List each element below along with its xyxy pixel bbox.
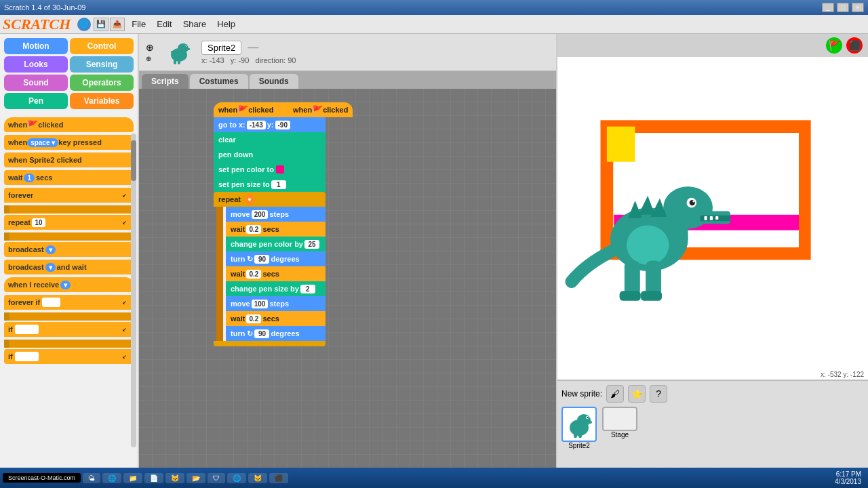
cat-motion[interactable]: Motion [4, 38, 68, 54]
green-flag-btn[interactable]: 🚩 [826, 37, 842, 54]
sb-pen-down[interactable]: pen down [214, 147, 326, 162]
menu-help[interactable]: Help [212, 18, 241, 30]
sb-turn-1[interactable]: turn ↻ 90 degrees [226, 251, 326, 266]
svg-rect-38 [585, 421, 592, 424]
sb-when-clicked-2[interactable]: when 🚩 clicked [288, 102, 353, 117]
shrink-btn[interactable]: ⊕ [146, 55, 154, 62]
palette-block-when-clicked[interactable]: when 🚩 clicked [4, 117, 134, 132]
tab-scripts[interactable]: Scripts [142, 74, 189, 89]
block-palette: when 🚩 clicked when space ▾ key pressed … [0, 113, 138, 468]
palette-block-if[interactable]: if ↙ [4, 322, 134, 337]
cat-sound[interactable]: Sound [4, 75, 68, 91]
script-group-2: when 🚩 clicked [288, 102, 353, 117]
stage-controls: 🚩 ⬛ [557, 34, 868, 57]
expand-btn[interactable]: ⊕ [146, 42, 154, 53]
help-sprite-btn[interactable]: ? [650, 385, 667, 403]
paint-sprite-btn[interactable]: 🖌 [606, 385, 624, 403]
sb-move-200[interactable]: move 200 steps [226, 207, 326, 222]
stage-canvas[interactable]: x: -532 y: -122 [557, 57, 868, 380]
share-icon[interactable]: 📤 [110, 18, 125, 31]
svg-rect-39 [574, 430, 577, 438]
palette-block-key-pressed[interactable]: when space ▾ key pressed [4, 135, 134, 150]
tab-sounds[interactable]: Sounds [250, 74, 298, 89]
svg-rect-32 [641, 291, 662, 301]
new-sprite-row: New sprite: 🖌 ⭐ ? [561, 385, 864, 403]
menu-file[interactable]: File [126, 18, 151, 30]
taskbar-screencast[interactable]: Screencast-O-Matic.com [3, 473, 81, 483]
taskbar-network[interactable]: 🌐 [227, 473, 246, 483]
script-group: when 🚩 clicked go to x: -143 y: -90 clea… [214, 102, 326, 346]
palette-block-when-receive[interactable]: when I receive ▾ [4, 277, 134, 292]
main-layout: Motion Control Looks Sensing Sound Opera… [0, 34, 868, 468]
palette-foreverif-slot [4, 312, 134, 321]
svg-rect-29 [625, 260, 640, 296]
sb-set-pen-size[interactable]: set pen size to 1 [214, 177, 326, 192]
stage-coords: x: -532 y: -122 [821, 371, 864, 378]
taskbar-security[interactable]: 🛡 [208, 473, 225, 483]
cat-pen[interactable]: Pen [4, 93, 68, 109]
menu-share[interactable]: Share [178, 18, 212, 30]
sprite-name[interactable]: Sprite2 [201, 41, 241, 55]
palette-block-sprite-clicked[interactable]: when Sprite2 clicked [4, 152, 134, 167]
palette-scrollbar[interactable] [131, 134, 136, 447]
minimize-btn[interactable]: _ [822, 3, 834, 12]
palette-block-broadcast-wait[interactable]: broadcast ▾ and wait [4, 260, 134, 274]
titlebar-buttons[interactable]: _ □ × [822, 3, 864, 12]
taskbar-tasks[interactable]: ⬛ [269, 473, 288, 483]
script-canvas[interactable]: when 🚩 clicked go to x: -143 y: -90 clea… [139, 89, 556, 468]
sb-change-pen-color[interactable]: change pen color by 25 [226, 237, 326, 251]
cat-control[interactable]: Control [70, 38, 134, 54]
svg-rect-31 [620, 291, 641, 301]
block-categories: Motion Control Looks Sensing Sound Opera… [0, 34, 138, 113]
sprite-item-stage[interactable]: Stage [602, 407, 637, 449]
svg-rect-5 [184, 48, 190, 50]
palette-block-if-else[interactable]: if ↙ [4, 349, 134, 364]
taskbar-ie[interactable]: 🌐 [102, 473, 121, 483]
star-sprite-btn[interactable]: ⭐ [628, 385, 646, 403]
svg-point-22 [692, 200, 694, 202]
palette-forever-slot [4, 205, 134, 214]
sb-set-pen-color[interactable]: set pen color to [214, 162, 326, 177]
cat-variables[interactable]: Variables [70, 93, 134, 109]
stop-btn[interactable]: ⬛ [846, 37, 863, 54]
taskbar-scratch[interactable]: 🐱 [165, 473, 184, 483]
palette-block-forever[interactable]: forever ↙ [4, 188, 134, 203]
sb-wait-3[interactable]: wait 0.2 secs [226, 311, 326, 326]
maximize-btn[interactable]: □ [837, 3, 849, 12]
taskbar-explorer[interactable]: 📁 [123, 473, 142, 483]
sprite-item-sprite2[interactable]: Sprite2 [561, 407, 597, 449]
svg-rect-30 [646, 260, 661, 296]
palette-block-wait[interactable]: wait 1 secs [4, 170, 134, 185]
palette-block-broadcast[interactable]: broadcast ▾ [4, 242, 134, 257]
svg-rect-18 [710, 216, 713, 220]
cat-looks[interactable]: Looks [4, 56, 68, 73]
svg-point-4 [186, 45, 187, 46]
clock-time: 6:17 PM [835, 470, 861, 478]
sb-clear[interactable]: clear [214, 132, 326, 147]
sprite-list: Sprite2 Stage [561, 407, 864, 449]
globe-icon[interactable]: 🌐 [77, 18, 91, 31]
sb-wait-1[interactable]: wait 0.2 secs [226, 222, 326, 237]
tabs-row: Scripts Costumes Sounds [139, 71, 556, 89]
sb-goto[interactable]: go to x: -143 y: -90 [214, 117, 326, 132]
sb-turn-2[interactable]: turn ↻ 90 degrees [226, 326, 326, 341]
sb-repeat[interactable]: repeat ● [214, 192, 326, 207]
cat-sensing[interactable]: Sensing [70, 56, 134, 73]
taskbar-docs[interactable]: 📄 [144, 473, 163, 483]
menu-edit[interactable]: Edit [151, 18, 177, 30]
svg-rect-8 [171, 51, 175, 53]
sb-move-100[interactable]: move 100 steps [226, 296, 326, 311]
taskbar-files[interactable]: 📂 [186, 473, 205, 483]
palette-block-repeat[interactable]: repeat 10 ↙ [4, 215, 134, 230]
close-btn[interactable]: × [852, 3, 864, 12]
taskbar-cat2[interactable]: 🐱 [248, 473, 267, 483]
tab-costumes[interactable]: Costumes [190, 74, 248, 89]
taskbar-weather[interactable]: 🌤 [83, 473, 100, 483]
save-icon[interactable]: 💾 [94, 18, 108, 31]
sprite-info: Sprite2 — x: -143 y: -90 direction: 90 [201, 41, 296, 64]
cat-operators[interactable]: Operators [70, 75, 134, 91]
sb-change-pen-size[interactable]: change pen size by 2 [226, 281, 326, 296]
left-panel: Motion Control Looks Sensing Sound Opera… [0, 34, 139, 468]
palette-block-forever-if[interactable]: forever if ↙ [4, 295, 134, 310]
sb-wait-2[interactable]: wait 0.2 secs [226, 266, 326, 281]
